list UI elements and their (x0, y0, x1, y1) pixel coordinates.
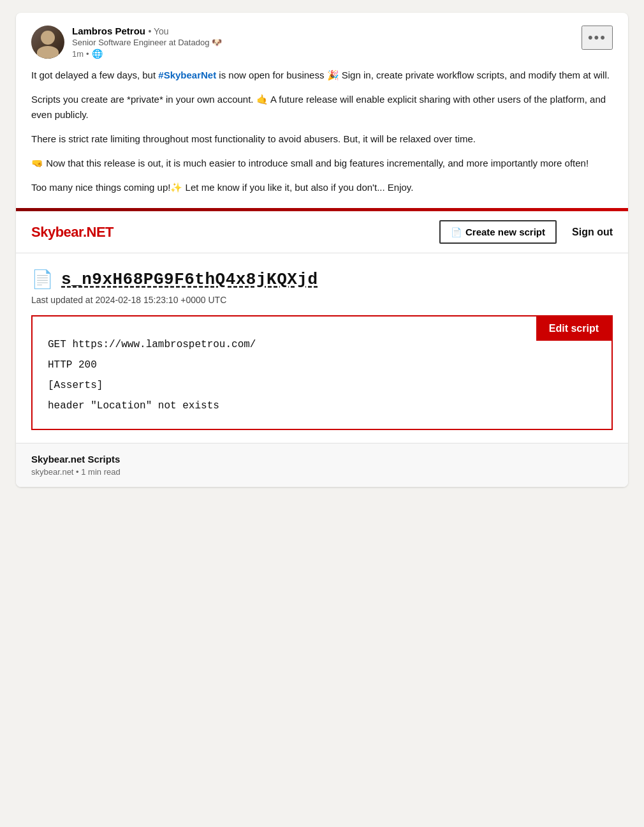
footer-subtitle: skybear.net • 1 min read (31, 467, 613, 477)
author-title: Senior Software Engineer at Datadog 🐶 (72, 38, 582, 47)
code-line-3: [Asserts] (48, 375, 596, 396)
footer-title: Skybear.net Scripts (31, 454, 613, 465)
post-paragraph-3: There is strict rate limiting throughout… (31, 131, 613, 147)
create-script-icon: 📄 (451, 227, 462, 237)
create-btn-label: Create new script (465, 227, 545, 237)
post-header: Lambros Petrou • You Senior Software Eng… (31, 26, 613, 59)
logo-black-part: Skybear. (31, 224, 87, 240)
linkedin-post: Lambros Petrou • You Senior Software Eng… (16, 13, 628, 208)
globe-icon: 🌐 (92, 48, 103, 59)
post-meta: 1m • 🌐 (72, 48, 582, 59)
script-title-row: 📄 s_n9xH68PG9F6thQ4x8jKQXjd (31, 269, 613, 290)
hashtag-skybearnet[interactable]: #SkybearNet (158, 70, 216, 80)
author-name-line: Lambros Petrou • You (72, 26, 582, 37)
post-paragraph-5: Too many nice things coming up!✨ Let me … (31, 180, 613, 195)
main-card: Lambros Petrou • You Senior Software Eng… (16, 13, 628, 487)
sign-out-button[interactable]: Sign out (572, 227, 613, 238)
separator: • (86, 49, 89, 59)
avatar (31, 26, 64, 59)
skybear-logo: Skybear.NET (31, 224, 113, 241)
post-paragraph-4: 🤜 Now that this release is out, it is mu… (31, 156, 613, 171)
code-line-4: header "Location" not exists (48, 396, 596, 416)
script-area: 📄 s_n9xH68PG9F6thQ4x8jKQXjd Last updated… (16, 253, 628, 443)
script-doc-icon: 📄 (31, 269, 54, 290)
script-updated: Last updated at 2024-02-18 15:23:10 +000… (31, 295, 613, 305)
header-actions: 📄 Create new script Sign out (439, 220, 613, 244)
code-line-1: GET https://www.lambrospetrou.com/ (48, 334, 596, 355)
post-paragraph-1: It got delayed a few days, but #SkybearN… (31, 68, 613, 83)
post-body: It got delayed a few days, but #SkybearN… (31, 68, 613, 195)
script-title[interactable]: s_n9xH68PG9F6thQ4x8jKQXjd (61, 270, 318, 289)
post-footer: Skybear.net Scripts skybear.net • 1 min … (16, 443, 628, 487)
author-info: Lambros Petrou • You Senior Software Eng… (72, 26, 582, 59)
more-button[interactable]: ••• (582, 26, 613, 50)
code-content: GET https://www.lambrospetrou.com/ HTTP … (48, 334, 596, 416)
author-name: Lambros Petrou (72, 26, 145, 36)
code-line-2: HTTP 200 (48, 355, 596, 375)
post-paragraph-2: Scripts you create are *private* in your… (31, 92, 613, 123)
edit-script-button[interactable]: Edit script (536, 317, 611, 341)
logo-red-part: NET (87, 224, 114, 240)
author-badge: • You (148, 26, 168, 36)
post-time: 1m (72, 49, 84, 59)
code-block: Edit script GET https://www.lambrospetro… (31, 315, 613, 430)
create-new-script-button[interactable]: 📄 Create new script (439, 220, 557, 244)
skybear-header: Skybear.NET 📄 Create new script Sign out (16, 211, 628, 253)
